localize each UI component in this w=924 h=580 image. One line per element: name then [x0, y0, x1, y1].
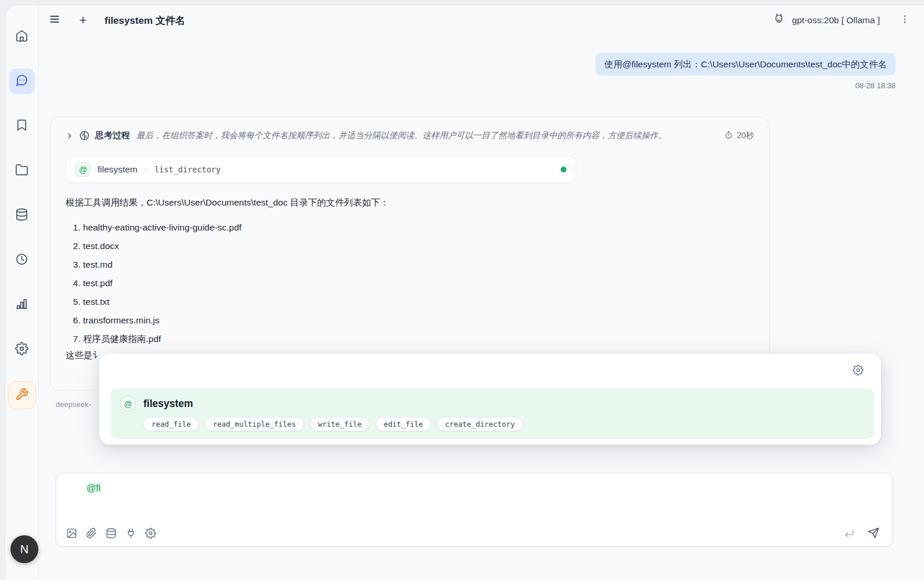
answer-intro: 根据工具调用结果，C:\Users\User\Documents\test_do… — [66, 197, 754, 209]
mcp-tool-chip[interactable]: create_directory — [437, 417, 523, 431]
ollama-llama-icon — [772, 12, 786, 28]
bar-chart-icon — [15, 297, 28, 313]
gear-icon — [853, 368, 864, 377]
sidebar-item-home[interactable] — [9, 24, 35, 49]
mcp-tool-chips: read_fileread_multiple_fileswrite_fileed… — [143, 417, 865, 431]
chat-title: filesystem 文件名 — [104, 14, 185, 27]
message-composer[interactable]: @fi — [56, 473, 893, 547]
main-area: + filesystem 文件名 gpt-oss:20b [ Ollama ] … — [39, 5, 924, 580]
home-icon — [15, 29, 28, 45]
model-label: gpt-oss:20b [ Ollama ] — [792, 15, 880, 26]
sidebar-item-bookmarks[interactable] — [9, 113, 35, 139]
brain-icon — [79, 130, 90, 141]
plugin-button[interactable] — [125, 528, 136, 539]
mcp-server-name: filesystem — [143, 398, 193, 410]
stopwatch-icon — [724, 131, 733, 141]
knowledge-base-button[interactable] — [106, 528, 117, 539]
sidebar-item-knowledge[interactable] — [9, 203, 35, 228]
composer-settings-button[interactable] — [145, 528, 156, 539]
file-list-item: test.pdf — [83, 274, 754, 293]
model-selector[interactable]: gpt-oss:20b [ Ollama ] — [772, 12, 880, 28]
send-button[interactable] — [868, 527, 879, 539]
file-list-item: test.md — [83, 255, 754, 274]
assistant-message-card: 思考过程 最后，在组织答案时，我会将每个文件名按顺序列出，并适当分隔以便阅读。这… — [50, 117, 770, 391]
file-list-item: healthy-eating-active-living-guide-sc.pd… — [83, 218, 754, 237]
mcp-settings-button[interactable] — [853, 365, 864, 378]
mcp-at-icon: @ — [120, 396, 136, 412]
mcp-tool-chip[interactable]: read_multiple_files — [205, 417, 304, 431]
chat-bubble-icon — [15, 74, 28, 89]
mention-token: @fi — [85, 482, 102, 493]
mcp-server-option[interactable]: @ filesystem read_fileread_multiple_file… — [111, 388, 874, 439]
mcp-tool-chip[interactable]: read_file — [143, 417, 199, 431]
tool-separator: · — [145, 164, 147, 175]
bookmark-icon — [15, 118, 28, 134]
image-upload-button[interactable] — [66, 528, 77, 539]
file-list: healthy-eating-active-living-guide-sc.pd… — [66, 218, 754, 348]
sidebar-item-files[interactable] — [9, 158, 35, 183]
new-topic-button[interactable]: + — [75, 13, 91, 28]
user-avatar[interactable]: N — [10, 535, 38, 563]
thinking-duration: 20秒 — [737, 131, 754, 141]
file-list-item: transformers.min.js — [83, 311, 754, 330]
newline-button[interactable] — [844, 528, 855, 539]
mcp-tool-chip[interactable]: edit_file — [376, 417, 431, 431]
gear-icon — [15, 342, 28, 358]
mcp-at-icon: @ — [75, 162, 91, 177]
message-timestamp: 08-28 18:38 — [856, 81, 896, 90]
menu-toggle-button[interactable] — [49, 13, 60, 27]
tool-server-name: filesystem — [98, 164, 138, 175]
sidebar-item-history[interactable] — [9, 247, 35, 273]
mcp-selector-popup: @ filesystem read_fileread_multiple_file… — [99, 354, 881, 445]
tool-success-dot — [561, 167, 566, 172]
thinking-label: 思考过程 — [95, 130, 130, 141]
mcp-tool-chip[interactable]: write_file — [310, 417, 370, 431]
hamburger-icon — [49, 13, 60, 27]
attachment-button[interactable] — [86, 528, 97, 539]
composer-input[interactable]: @fi — [56, 473, 892, 493]
user-message-bubble: 使用@filesystem 列出：C:\Users\User\Documents… — [595, 53, 896, 75]
more-menu-button[interactable] — [900, 14, 910, 27]
sidebar-item-chat[interactable] — [9, 69, 35, 94]
chevron-right-icon — [66, 132, 74, 140]
thinking-preview: 最后，在组织答案时，我会将每个文件名按顺序列出，并适当分隔以便阅读。这样用户可以… — [136, 130, 709, 141]
tool-call-name: list_directory — [154, 165, 221, 174]
database-icon — [15, 208, 28, 224]
kebab-menu-icon — [900, 16, 910, 26]
sidebar-item-stats[interactable] — [9, 292, 35, 318]
tool-call-card[interactable]: @ filesystem · list_directory — [66, 156, 576, 183]
thinking-process-row[interactable]: 思考过程 最后，在组织答案时，我会将每个文件名按顺序列出，并适当分隔以便阅读。这… — [66, 130, 754, 141]
app-window: N + filesystem 文件名 gpt-oss:20b [ Ollama … — [5, 5, 924, 580]
sidebar-item-settings[interactable] — [9, 337, 35, 362]
wrench-icon — [15, 388, 28, 404]
clock-icon — [15, 253, 28, 268]
topbar: + filesystem 文件名 gpt-oss:20b [ Ollama ] — [39, 5, 924, 35]
file-list-item: test.txt — [83, 293, 754, 311]
sidebar-item-mcp[interactable] — [8, 381, 36, 409]
sidebar: N — [5, 5, 39, 580]
folder-icon — [15, 163, 28, 179]
file-list-item: 程序员健康指南.pdf — [83, 330, 754, 348]
assistant-model-tag: deepseek- — [56, 400, 91, 409]
composer-toolbar — [66, 527, 879, 539]
file-list-item: test.docx — [83, 237, 754, 255]
